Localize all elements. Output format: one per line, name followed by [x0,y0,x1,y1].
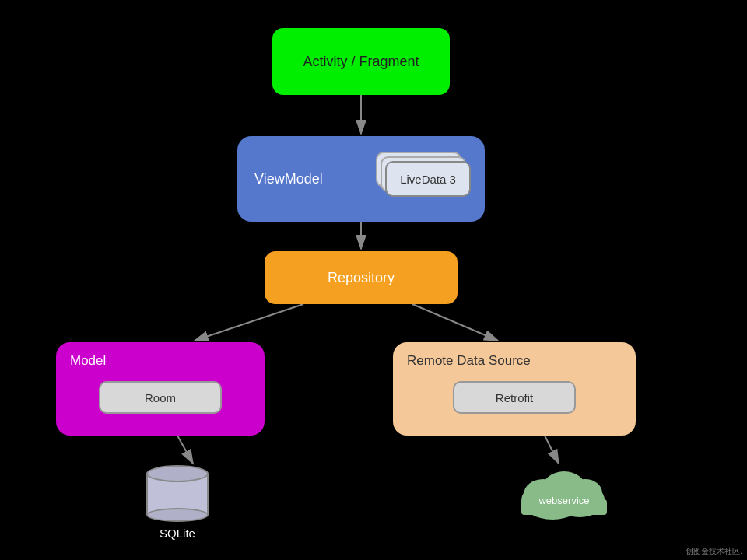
svg-line-6 [545,436,559,464]
webservice-container: webservice [514,465,615,520]
livedata-card-front: LiveData 3 [385,161,471,197]
viewmodel-box: ViewModel LiveData 3 [237,136,485,222]
room-label: Room [145,391,176,404]
activity-fragment-label: Activity / Fragment [303,54,419,70]
room-card: Room [99,381,222,414]
cylinder-bottom-ellipse [146,508,209,522]
viewmodel-label: ViewModel [254,171,323,187]
sqlite-container: SQLite [146,465,209,540]
livedata-label: LiveData 3 [400,173,456,186]
diagram-container: Activity / Fragment ViewModel LiveData 3… [0,0,747,560]
model-box: Model Room [56,342,265,436]
repository-box: Repository [265,251,458,304]
watermark: 创图金技术社区. [686,546,742,557]
remote-data-source-label: Remote Data Source [407,353,531,369]
retrofit-label: Retrofit [496,391,533,404]
remote-data-source-box: Remote Data Source Retrofit [393,342,636,436]
sqlite-label: SQLite [160,527,195,540]
model-label: Model [70,353,106,369]
cloud-shape: webservice [514,465,615,520]
cylinder-top [146,465,209,482]
repository-label: Repository [328,270,395,286]
retrofit-card: Retrofit [453,381,576,414]
webservice-text-inner: webservice [538,495,589,506]
livedata-stack: LiveData 3 [385,161,471,197]
svg-line-4 [412,304,498,341]
activity-fragment-box: Activity / Fragment [272,28,450,95]
svg-line-5 [177,436,193,464]
svg-line-3 [195,304,303,341]
